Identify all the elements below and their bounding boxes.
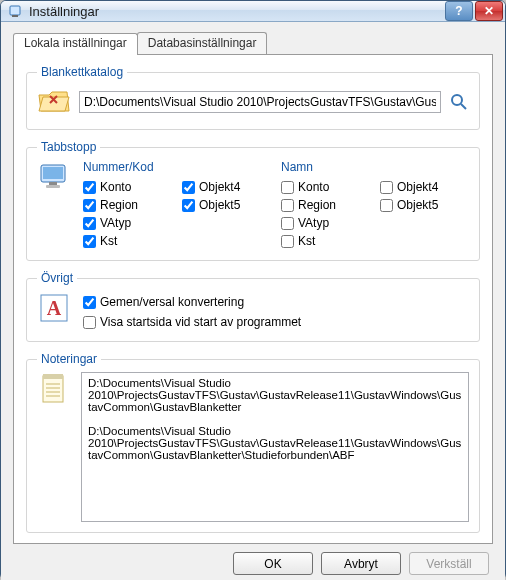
tabbstopp-namn-row: Objekt5 — [380, 196, 469, 214]
titlebar: Inställningar ? ✕ — [1, 1, 505, 22]
monitor-icon — [37, 160, 71, 194]
tabbstopp-nummer-checkbox-vatyp[interactable] — [83, 217, 96, 230]
tabbstopp-namn-checkbox-objekt5[interactable] — [380, 199, 393, 212]
tabbstopp-namn-checkbox-objekt4[interactable] — [380, 181, 393, 194]
tabbstopp-namn-checkbox-konto[interactable] — [281, 181, 294, 194]
tabbstopp-nummer-checkbox-objekt5[interactable] — [182, 199, 195, 212]
legend-tabbstopp: Tabbstopp — [37, 140, 100, 154]
svg-rect-7 — [46, 185, 60, 188]
tabbstopp-nummer-label: VAtyp — [100, 216, 131, 230]
tabbstopp-nummer-checkbox-kst[interactable] — [83, 235, 96, 248]
tabbstopp-nummer-checkbox-konto[interactable] — [83, 181, 96, 194]
client-area: Lokala inställningar Databasinställninga… — [1, 22, 505, 580]
group-tabbstopp: Tabbstopp — [26, 140, 480, 261]
legend-ovrigt: Övrigt — [37, 271, 77, 285]
tabbstopp-nummer-label: Kst — [100, 234, 117, 248]
tabstrip: Lokala inställningar Databasinställninga… — [13, 32, 493, 54]
svg-rect-11 — [43, 374, 63, 379]
header-nummerkod: Nummer/Kod — [83, 160, 172, 174]
tabbstopp-namn-row: VAtyp — [281, 214, 370, 232]
button-bar: OK Avbryt Verkställ — [13, 544, 493, 577]
svg-point-2 — [452, 95, 462, 105]
app-icon — [7, 3, 23, 19]
folder-icon — [37, 85, 71, 119]
apply-button[interactable]: Verkställ — [409, 552, 489, 575]
ovrigt-row: Gemen/versal konvertering — [83, 293, 301, 311]
tab-database[interactable]: Databasinställningar — [137, 32, 268, 54]
svg-rect-10 — [43, 376, 63, 402]
svg-rect-6 — [49, 182, 57, 185]
tabbstopp-namn-label: Konto — [298, 180, 329, 194]
tabbstopp-namn-row: Konto — [281, 178, 370, 196]
tabbstopp-nummer-checkbox-region[interactable] — [83, 199, 96, 212]
tab-content: Blankettkatalog — [13, 54, 493, 544]
tabbstopp-nummer-checkbox-objekt4[interactable] — [182, 181, 195, 194]
tabbstopp-namn-checkbox-kst[interactable] — [281, 235, 294, 248]
header-namn: Namn — [281, 160, 370, 174]
tabbstopp-namn-checkbox-vatyp[interactable] — [281, 217, 294, 230]
cancel-button[interactable]: Avbryt — [321, 552, 401, 575]
legend-blankettkatalog: Blankettkatalog — [37, 65, 127, 79]
tabbstopp-namn-row: Objekt4 — [380, 178, 469, 196]
ovrigt-label: Visa startsida vid start av programmet — [100, 315, 301, 329]
tabbstopp-namn-row: Region — [281, 196, 370, 214]
group-blankettkatalog: Blankettkatalog — [26, 65, 480, 130]
ovrigt-label: Gemen/versal konvertering — [100, 295, 244, 309]
tabbstopp-nummer-row: Objekt4 — [182, 178, 271, 196]
svg-rect-0 — [10, 6, 20, 15]
tab-local[interactable]: Lokala inställningar — [13, 33, 138, 55]
noteringar-textarea[interactable] — [81, 372, 469, 522]
tabbstopp-nummer-row: Kst — [83, 232, 172, 250]
tabbstopp-nummer-label: Region — [100, 198, 138, 212]
blankettkatalog-input[interactable] — [79, 91, 441, 113]
tabbstopp-namn-label: Objekt5 — [397, 198, 438, 212]
ok-button[interactable]: OK — [233, 552, 313, 575]
group-noteringar: Noteringar — [26, 352, 480, 533]
tabbstopp-nummer-row: Region — [83, 196, 172, 214]
tabbstopp-namn-row: Kst — [281, 232, 370, 250]
legend-noteringar: Noteringar — [37, 352, 101, 366]
ovrigt-checkbox-visa startsida vid start av programmet[interactable] — [83, 316, 96, 329]
tabbstopp-nummer-label: Objekt4 — [199, 180, 240, 194]
font-icon: A — [37, 291, 71, 325]
ovrigt-checkbox-gemen/versal konvertering[interactable] — [83, 296, 96, 309]
tabbstopp-namn-checkbox-region[interactable] — [281, 199, 294, 212]
group-ovrigt: Övrigt A Gemen/versal konverteringVisa s… — [26, 271, 480, 342]
tabbstopp-nummer-row: Objekt5 — [182, 196, 271, 214]
tabbstopp-nummer-label: Objekt5 — [199, 198, 240, 212]
svg-rect-1 — [12, 15, 18, 17]
tabbstopp-nummer-row: VAtyp — [83, 214, 172, 232]
tabbstopp-namn-label: Kst — [298, 234, 315, 248]
tabbstopp-namn-label: VAtyp — [298, 216, 329, 230]
svg-text:A: A — [47, 297, 62, 319]
notepad-icon — [37, 372, 71, 406]
close-button[interactable]: ✕ — [475, 1, 503, 21]
browse-icon[interactable] — [449, 92, 469, 112]
tabbstopp-namn-label: Region — [298, 198, 336, 212]
svg-line-3 — [461, 104, 466, 109]
settings-window: Inställningar ? ✕ Lokala inställningar D… — [0, 0, 506, 580]
svg-rect-5 — [43, 167, 63, 179]
tabbstopp-namn-label: Objekt4 — [397, 180, 438, 194]
ovrigt-row: Visa startsida vid start av programmet — [83, 313, 301, 331]
tabbstopp-nummer-label: Konto — [100, 180, 131, 194]
window-title: Inställningar — [29, 4, 445, 19]
tabbstopp-nummer-row: Konto — [83, 178, 172, 196]
help-button[interactable]: ? — [445, 1, 473, 21]
